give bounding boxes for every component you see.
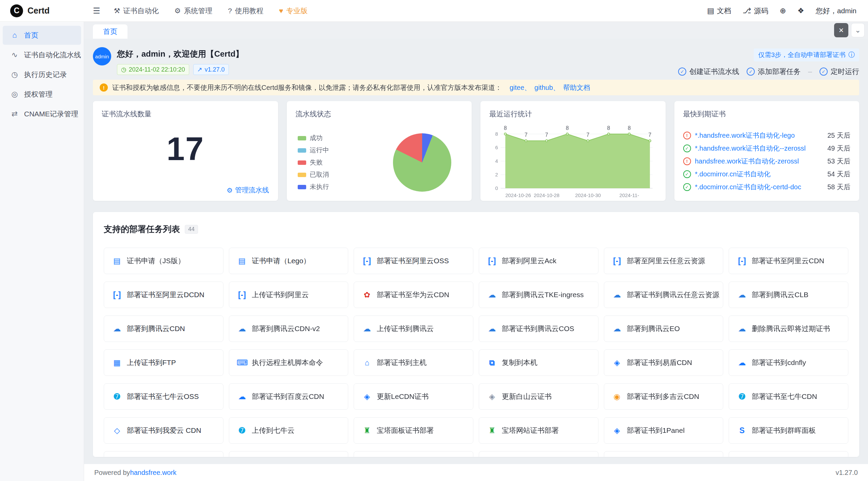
cname-icon: ⇄ [10,110,19,118]
promo-badge[interactable]: 仅需3步，全自动申请部署证书 ⓘ [754,49,859,61]
deploy-task-card[interactable]: ☁部署到腾讯云CDN-v2 [229,315,349,342]
deploy-task-card[interactable]: ◉部署证书到多吉云CDN [604,383,724,410]
deploy-task-card[interactable]: ◈更新LeCDN证书 [354,383,473,410]
nav-pro-edition[interactable]: ♥专业版 [279,6,308,16]
deploy-task-card[interactable]: ➐上传到七牛云 [229,417,349,444]
deploy-task-card-partial[interactable] [729,451,848,457]
nav-system-admin[interactable]: ⚙系统管理 [174,6,212,16]
deploy-task-card[interactable]: ☁上传证书到腾讯云 [354,315,473,342]
notice-text: 证书和授权为敏感信息，不要使用来历不明的在线Certd服务和镜像，以免泄露；请务… [112,83,502,92]
deploy-task-card[interactable]: ☁部署到腾讯云TKE-ingress [479,282,598,308]
sidebar-item-home[interactable]: ⌂首页 [3,26,81,45]
deploy-task-card[interactable]: ♜宝塔面板证书部署 [354,417,473,444]
sidebar-item-cname[interactable]: ⇄CNAME记录管理 [3,104,81,123]
deploy-task-card[interactable]: [-]上传证书到阿里云 [229,282,349,308]
deploy-task-card[interactable]: ▤证书申请（JS版） [104,248,223,274]
expiring-cert-row: ✓*.handsfree.work证书自动化--zerossl49 天后 [683,142,851,155]
version-chip[interactable]: ↗ v1.27.0 [193,64,229,75]
globe-icon: ⊕ [780,6,786,15]
doge-icon: ◉ [612,392,623,401]
deploy-task-card[interactable]: ⌨执行远程主机脚本命令 [229,349,349,376]
sidebar-item-pipelines[interactable]: ∿证书自动化流水线 [3,45,81,64]
cert-name-link[interactable]: *.docmirror.cn证书自动化-certd-doc [695,182,824,192]
onboarding-step-1[interactable]: ✓创建证书流水线 [678,67,739,76]
close-icon: ✕ [839,27,844,34]
deploy-task-card[interactable]: ➐部署证书至七牛云OSS [104,383,223,410]
deploy-task-card[interactable]: [-]部署证书至阿里云CDN [729,248,848,274]
main-content: admin 您好，admin，欢迎使用【Certd】 ◷ 2024-11-02 … [84,39,868,464]
deploy-task-card[interactable]: ☁部署证书到腾讯云COS [479,315,598,342]
language-button[interactable]: ⊕ [780,6,786,15]
svg-text:6: 6 [495,145,498,150]
cert-name-link[interactable]: handsfree.work证书自动化-zerossl [695,157,824,166]
tab-menu-chevron-button[interactable]: ⌄ [851,23,865,37]
legend-item: 未执行 [298,182,329,191]
deploy-task-card[interactable]: ➐部署证书至七牛CDN [729,383,848,410]
sidebar-item-history[interactable]: ◷执行历史记录 [3,65,81,84]
version-icon: ↗ [197,66,202,73]
svg-text:4: 4 [495,158,498,164]
cert-name-link[interactable]: *.handsfree.work证书自动化--zerossl [695,144,824,153]
handsfree-link[interactable]: handsfree.work [130,469,177,477]
docs-link[interactable]: ▤文档 [707,6,731,16]
legend-swatch [298,173,306,177]
deploy-task-card[interactable]: ▤证书申请（Lego） [229,248,349,274]
deploy-task-card[interactable]: ☁部署到腾讯云CLB [729,282,848,308]
check-circle-icon: ✓ [820,68,828,76]
manage-pipelines-link[interactable]: ⚙ 管理流水线 [227,186,269,195]
brand[interactable]: C Certd [0,4,84,17]
notice-banner: ! 证书和授权为敏感信息，不要使用来历不明的在线Certd服务和镜像，以免泄露；… [93,80,859,95]
deploy-task-card[interactable]: ☁部署到腾讯云CDN [104,315,223,342]
footer-version: v1.27.0 [835,469,858,477]
layout-button[interactable]: ❖ [797,6,804,15]
deploy-task-card[interactable]: ▦上传证书到FTP [104,349,223,376]
cert-name-link[interactable]: *.docmirror.cn证书自动化 [695,170,824,179]
deploy-task-card[interactable]: ◇部署证书到我爱云 CDN [104,417,223,444]
avatar[interactable]: admin [93,47,111,65]
error-circle-icon: ! [683,157,691,165]
nav-tutorial[interactable]: ?使用教程 [228,6,263,16]
deploy-task-card[interactable]: S部署证书到群晖面板 [729,417,848,444]
close-tab-button[interactable]: ✕ [834,23,848,37]
notice-link-0[interactable]: gitee、 [510,84,531,91]
deploy-task-card-partial[interactable] [229,451,349,457]
deploy-task-card[interactable]: [-]部署至阿里云任意云资源 [604,248,724,274]
deploy-task-card[interactable]: ♜宝塔网站证书部署 [479,417,598,444]
clock-icon: ◷ [121,66,126,73]
deploy-task-card[interactable]: ◈部署证书到易盾CDN [604,349,724,376]
deploy-task-card-partial[interactable] [104,451,223,457]
deploy-task-card[interactable]: [-]部署证书至阿里云DCDN [104,282,223,308]
deploy-task-card-partial[interactable] [604,451,724,457]
tencent-cloud-icon: ☁ [736,290,747,300]
notice-link-1[interactable]: github、 [534,84,560,91]
deploy-task-card[interactable]: ☁部署证书到腾讯云任意云资源 [604,282,724,308]
deploy-task-card[interactable]: ☁删除腾讯云即将过期证书 [729,315,848,342]
qiniu-icon: ➐ [736,392,747,401]
deploy-task-card[interactable]: ◈更新白山云证书 [479,383,598,410]
tab-home[interactable]: 首页 [93,24,127,39]
onboarding-step-3[interactable]: ✓定时运行 [820,67,859,76]
menu-collapse-icon[interactable]: ☰ [93,6,100,16]
deploy-task-card[interactable]: ◈部署证书到1Panel [604,417,724,444]
deploy-task-card[interactable]: ☁部署证书到百度云CDN [229,383,349,410]
source-link[interactable]: ⎇源码 [743,6,768,16]
sidebar-item-auth[interactable]: ◎授权管理 [3,85,81,104]
deploy-task-card-partial[interactable] [354,451,473,457]
cert-name-link[interactable]: *.handsfree.work证书自动化-lego [695,131,824,140]
sidebar-item-label: 首页 [24,31,38,40]
deploy-task-card[interactable]: ☁部署到腾讯云EO [604,315,724,342]
deploy-task-card[interactable]: [-]部署证书至阿里云OSS [354,248,473,274]
sidebar-item-label: 证书自动化流水线 [24,50,81,60]
onboarding-step-2[interactable]: ✓添加部署任务 [747,67,801,76]
nav-cert-automation[interactable]: ⚒证书自动化 [114,6,159,16]
deploy-task-card[interactable]: ✿部署证书至华为云CDN [354,282,473,308]
deploy-task-card[interactable]: ⧉复制到本机 [479,349,598,376]
deploy-task-card[interactable]: ⌂部署证书到主机 [354,349,473,376]
deploy-task-card[interactable]: ☁部署证书到cdnfly [729,349,848,376]
host-icon: ⌂ [361,358,372,367]
deploy-task-card[interactable]: [-]部署到阿里云Ack [479,248,598,274]
user-greeting[interactable]: 您好，admin [816,6,856,16]
legend-label: 已取消 [310,170,329,179]
notice-link-2[interactable]: 帮助文档 [563,84,590,91]
deploy-task-card-partial[interactable] [479,451,598,457]
